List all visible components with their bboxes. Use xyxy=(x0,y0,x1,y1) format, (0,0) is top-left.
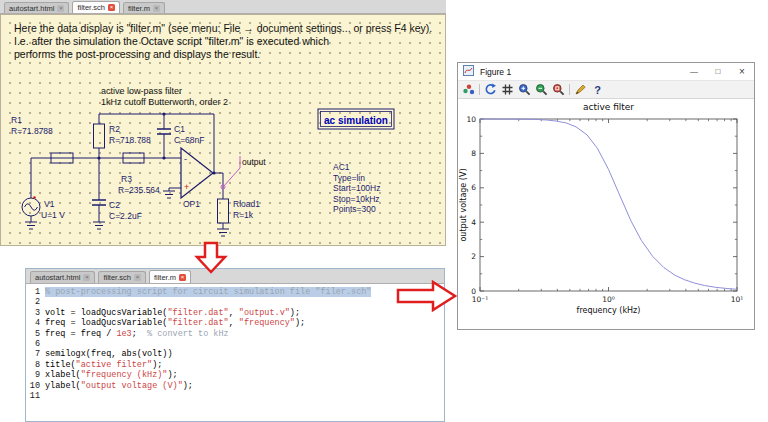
toolbar-separator xyxy=(569,84,570,95)
code-line[interactable]: 4freq = loadQucsVariable("filter.dat", "… xyxy=(26,318,444,328)
tab-close-icon[interactable]: × xyxy=(179,274,186,281)
line-content: freq = loadQucsVariable("filter.dat", "f… xyxy=(45,318,305,328)
line-content: % post-processing script for circuit sim… xyxy=(45,287,371,297)
tab-label: autostart.html xyxy=(9,4,54,13)
circuit-title-line2: 1kHz cutoff Butterworth, order 2 xyxy=(101,97,228,107)
code-line[interactable]: 10ylabel("output voltage (V)"); xyxy=(26,381,444,391)
arrow-down-icon xyxy=(193,241,229,275)
opamp-noninverting-mark: + xyxy=(184,182,189,192)
code-line[interactable]: 3volt = loadQucsVariable("filter.dat", "… xyxy=(26,308,444,318)
figure-app-icon xyxy=(463,65,476,78)
zoom-in-icon[interactable] xyxy=(518,83,531,96)
svg-text:?: ? xyxy=(594,84,601,96)
minimize-button[interactable]: — xyxy=(682,63,706,80)
plot-curve xyxy=(480,119,737,289)
component-r3[interactable]: R3 R=235.564 xyxy=(118,153,160,195)
code-line[interactable]: 6 xyxy=(26,339,444,349)
tab-autostart-html[interactable]: autostart.html × xyxy=(30,271,95,283)
component-op1[interactable]: - + OP1 xyxy=(181,148,213,209)
code-line[interactable]: 9xlabel("frequency (kHz)"); xyxy=(26,370,444,380)
circuit-drawing: active low-pass filter 1kHz cutoff Butte… xyxy=(1,15,445,245)
code-line[interactable]: 5freq = freq / 1e3; % convert to kHz xyxy=(26,329,444,339)
ac-param: Start=100Hz xyxy=(333,183,381,193)
component-v1[interactable]: V1 U=1 V xyxy=(22,196,65,220)
line-content: freq = freq / 1e3; % convert to kHz xyxy=(45,329,229,339)
ac-simulation-block[interactable]: ac simulation AC1 Type=lin Start=100Hz S… xyxy=(318,109,394,214)
line-number: 7 xyxy=(26,349,40,359)
component-value: R=1k xyxy=(233,210,254,220)
line-number: 8 xyxy=(26,360,40,370)
opamp-inverting-mark: - xyxy=(184,154,187,164)
line-number: 10 xyxy=(26,381,40,391)
component-value: R=235.564 xyxy=(118,185,160,195)
line-number: 11 xyxy=(26,391,40,401)
component-name: C2 xyxy=(109,200,120,210)
schematic-canvas[interactable]: Here the data display is "filter.m" (see… xyxy=(0,14,446,246)
editor-window: autostart.html × filter.sch × filter.m ×… xyxy=(25,268,445,422)
help-icon[interactable]: ? xyxy=(591,83,604,96)
new-plot-icon[interactable] xyxy=(462,83,475,96)
component-r1[interactable]: R1 R=71.8788 xyxy=(11,115,73,163)
tab-autostart-html[interactable]: autostart.html × xyxy=(4,2,69,13)
y-tick-label: 8 xyxy=(471,149,476,158)
line-number: 6 xyxy=(26,339,40,349)
tab-filter-m[interactable]: filter.m × xyxy=(149,270,191,283)
component-name: OP1 xyxy=(183,199,200,209)
component-name: R1 xyxy=(11,115,22,125)
figure-title: Figure 1 xyxy=(480,67,511,77)
component-name: Rload1 xyxy=(233,199,260,209)
line-content: semilogx(freq, abs(volt)) xyxy=(45,349,173,359)
code-line[interactable]: 8title("active filter"); xyxy=(26,360,444,370)
code-line[interactable]: 7semilogx(freq, abs(volt)) xyxy=(26,349,444,359)
circuit-title-line1: active low-pass filter xyxy=(101,86,182,96)
annotate-icon[interactable] xyxy=(574,83,587,96)
code-line[interactable]: 11 xyxy=(26,391,444,401)
tab-filter-m[interactable]: filter.m × xyxy=(123,2,165,13)
line-number: 9 xyxy=(26,370,40,380)
tab-close-icon[interactable]: × xyxy=(108,4,115,11)
plot-axes-box xyxy=(480,119,737,291)
figure-window: Figure 1 — □ × xyxy=(457,62,755,330)
maximize-button[interactable]: □ xyxy=(706,63,730,80)
figure-titlebar[interactable]: Figure 1 — □ × xyxy=(458,63,754,80)
tab-label: filter.sch xyxy=(77,3,105,12)
tab-label: filter.sch xyxy=(103,273,131,282)
component-name: V1 xyxy=(44,199,55,209)
code-line[interactable]: 2 xyxy=(26,297,444,307)
x-tick-label: 10⁻¹ xyxy=(472,295,489,304)
tab-filter-sch[interactable]: filter.sch × xyxy=(72,1,120,13)
autoscale-icon[interactable] xyxy=(552,83,565,96)
tab-filter-sch[interactable]: filter.sch × xyxy=(98,271,146,283)
ac-simulation-label: ac simulation xyxy=(324,115,388,126)
plot-area: 024681010⁻¹10⁰10¹active filterfrequency … xyxy=(458,99,754,329)
close-button[interactable]: × xyxy=(730,63,754,80)
net-label-output[interactable]: output xyxy=(221,156,266,189)
tab-close-icon[interactable]: × xyxy=(153,5,160,12)
component-value: C=68nF xyxy=(174,135,204,145)
tab-close-icon[interactable]: × xyxy=(134,274,141,281)
zoom-out-icon[interactable] xyxy=(535,83,548,96)
tab-close-icon[interactable]: × xyxy=(83,274,90,281)
line-number: 5 xyxy=(26,329,40,339)
component-value: R=718.788 xyxy=(109,135,151,145)
x-tick-label: 10⁰ xyxy=(602,295,615,304)
component-r2[interactable]: R2 R=718.788 xyxy=(94,124,152,148)
grid-icon[interactable] xyxy=(501,83,514,96)
window-controls: — □ × xyxy=(682,63,754,80)
refresh-icon[interactable] xyxy=(484,83,497,96)
tab-close-icon[interactable]: × xyxy=(57,5,64,12)
component-name: R2 xyxy=(109,124,120,134)
tab-label: autostart.html xyxy=(35,273,80,282)
code-lines[interactable]: 1% post-processing script for circuit si… xyxy=(26,284,444,421)
component-name: C1 xyxy=(174,124,185,134)
x-axis-label: frequency (kHz) xyxy=(577,306,641,315)
component-rload1[interactable]: Rload1 R=1k xyxy=(218,199,261,223)
code-line[interactable]: 1% post-processing script for circuit si… xyxy=(26,287,444,297)
y-tick-label: 6 xyxy=(471,183,476,192)
line-number: 3 xyxy=(26,308,40,318)
line-number: 1 xyxy=(26,287,40,297)
editor-tabbar: autostart.html × filter.sch × filter.m × xyxy=(26,269,444,284)
arrow-right-icon xyxy=(396,280,458,312)
line-content: volt = loadQucsVariable("filter.dat", "o… xyxy=(45,308,300,318)
line-number: 4 xyxy=(26,318,40,328)
